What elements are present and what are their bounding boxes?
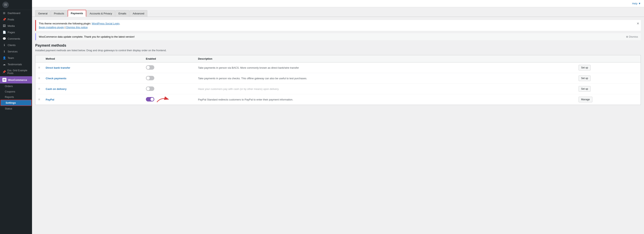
col-enabled: Enabled xyxy=(143,55,195,62)
content-area: This theme recommends the following plug… xyxy=(32,17,644,234)
tab-products[interactable]: Products xyxy=(51,10,67,16)
table-row: ≡ Direct bank transfer Take payments in … xyxy=(36,62,641,73)
sidebar-item-media[interactable]: 🖼 Media xyxy=(0,22,32,29)
sidebar-logo: W xyxy=(0,0,32,10)
plugin-notice-text: This theme recommends the following plug… xyxy=(39,22,638,25)
toggle-check-payments[interactable] xyxy=(146,76,154,80)
setup-cash-delivery-button[interactable]: Set up xyxy=(578,86,591,92)
drag-handle-icon[interactable]: ≡ xyxy=(38,76,40,80)
dismiss-icon: ⊗ xyxy=(626,35,628,38)
method-desc: Have your customers pay with cash (or by… xyxy=(198,88,279,90)
woo-update-text: WooCommerce data update complete. Thank … xyxy=(39,35,135,38)
drag-handle-icon[interactable]: ≡ xyxy=(38,66,40,69)
sidebar-item-label: Dashboard xyxy=(8,12,20,14)
section-subtitle: Installed payment methods are listed bel… xyxy=(35,49,641,52)
table-row: ≡ Cash on delivery Have your customers p… xyxy=(36,84,641,94)
help-arrow-icon: ▼ xyxy=(638,2,641,5)
sidebar-item-comments[interactable]: 💬 Comments xyxy=(0,36,32,42)
section-title: Payment methods xyxy=(35,44,641,48)
toggle-paypal[interactable] xyxy=(146,97,154,102)
sidebar-item-label: Team xyxy=(8,56,14,60)
close-notice-button[interactable]: ✕ xyxy=(636,22,639,26)
sidebar-item-clients[interactable]: ℹ Clients xyxy=(0,42,32,48)
reports-label: Reports xyxy=(5,96,14,98)
plugin-notice: This theme recommends the following plug… xyxy=(35,20,641,31)
method-name[interactable]: Cash on delivery xyxy=(46,88,66,90)
team-icon: 👤 xyxy=(2,56,6,60)
drag-handle-icon[interactable]: ≡ xyxy=(38,98,40,101)
sidebar-item-dashboard[interactable]: ⊞ Dashboard xyxy=(0,10,32,16)
method-desc: Take payments in person via BACS. More c… xyxy=(198,66,299,69)
dismiss-woo-notice-button[interactable]: ⊗ Dismiss xyxy=(626,35,638,38)
setup-direct-bank-button[interactable]: Set up xyxy=(578,65,591,70)
media-icon: 🖼 xyxy=(2,24,6,28)
woocommerce-menu-header[interactable]: W WooCommerce xyxy=(0,76,32,84)
method-name[interactable]: Check payments xyxy=(46,77,66,80)
settings-label: Settings xyxy=(6,101,16,104)
sidebar-item-settings[interactable]: Settings xyxy=(0,100,32,106)
orders-label: Orders xyxy=(5,85,13,88)
comments-icon: 💬 xyxy=(2,37,6,40)
method-desc: Take payments in person via checks. This… xyxy=(198,77,307,80)
sidebar-item-label: Comments xyxy=(8,37,20,40)
sidebar-item-testimonials[interactable]: ☁ Testimonials xyxy=(0,61,32,68)
setup-check-payments-button[interactable]: Set up xyxy=(578,76,591,81)
services-icon: ℹ xyxy=(2,50,6,53)
help-button[interactable]: Help ▼ xyxy=(632,2,641,5)
install-plugin-link[interactable]: Begin installing plugin xyxy=(39,26,64,29)
col-action xyxy=(576,55,641,62)
plugin-link[interactable]: WordPress Social Login xyxy=(92,22,120,25)
col-method: Method xyxy=(43,55,143,62)
sidebar-item-label: Testimonials xyxy=(8,63,22,66)
sidebar-item-orders[interactable]: Orders xyxy=(0,84,32,89)
manage-paypal-button[interactable]: Manage xyxy=(578,97,592,102)
tabs-bar: General Products Payments Accounts & Pri… xyxy=(32,7,644,17)
red-arrow-annotation xyxy=(155,95,171,103)
testimonials-icon: ☁ xyxy=(2,63,6,66)
clients-icon: ℹ xyxy=(2,44,6,47)
table-header-row: Method Enabled Description xyxy=(36,55,641,62)
drag-handle-icon[interactable]: ≡ xyxy=(38,87,40,90)
sidebar-item-label: Pages xyxy=(8,31,15,34)
sidebar-item-label: Media xyxy=(8,24,14,28)
woo-update-notice: WooCommerce data update complete. Thank … xyxy=(35,33,641,40)
col-description: Description xyxy=(195,55,576,62)
sidebar-item-label: Clients xyxy=(8,44,16,47)
toggle-direct-bank[interactable] xyxy=(146,65,154,70)
tab-payments[interactable]: Payments xyxy=(68,10,86,17)
tab-accounts-privacy[interactable]: Accounts & Privacy xyxy=(87,10,115,16)
topbar: Help ▼ xyxy=(32,0,644,7)
woo-icon: W xyxy=(2,78,6,82)
method-name[interactable]: PayPal xyxy=(46,98,54,101)
dashboard-icon: ⊞ xyxy=(2,12,6,14)
help-label: Help xyxy=(632,2,638,5)
tab-advanced[interactable]: Advanced xyxy=(130,10,147,16)
main-content: Help ▼ General Products Payments Account… xyxy=(32,0,644,234)
sidebar-item-coupons[interactable]: Coupons xyxy=(0,89,32,94)
status-label: Status xyxy=(5,107,12,110)
sidebar-item-services[interactable]: ℹ Services xyxy=(0,48,32,55)
pages-icon: 📄 xyxy=(2,31,6,34)
sidebar-item-ess-grid[interactable]: 📌 Ess. Grid Example Posts xyxy=(0,68,32,76)
sidebar-item-posts[interactable]: 📌 Posts xyxy=(0,16,32,22)
coupons-label: Coupons xyxy=(5,90,15,93)
plugin-notice-actions: Begin installing plugin | Dismiss this n… xyxy=(39,26,638,29)
tab-emails[interactable]: Emails xyxy=(116,10,129,16)
dismiss-label: Dismiss xyxy=(629,35,638,38)
method-name[interactable]: Direct bank transfer xyxy=(46,66,70,69)
sidebar-item-pages[interactable]: 📄 Pages xyxy=(0,29,32,36)
sidebar-item-reports[interactable]: Reports xyxy=(0,94,32,100)
table-row: ≡ PayPal xyxy=(36,94,641,105)
sidebar-item-label: Ess. Grid Example Posts xyxy=(8,69,30,75)
toggle-cash-delivery[interactable] xyxy=(146,86,154,91)
tab-general[interactable]: General xyxy=(35,10,50,16)
sidebar: W ⊞ Dashboard 📌 Posts 🖼 Media 📄 Pages 💬 … xyxy=(0,0,32,234)
wp-logo-icon: W xyxy=(2,2,9,8)
posts-icon: 📌 xyxy=(2,18,6,21)
sidebar-item-status[interactable]: Status xyxy=(0,106,32,111)
dismiss-notice-link[interactable]: Dismiss this notice xyxy=(66,26,88,29)
sidebar-item-team[interactable]: 👤 Team xyxy=(0,55,32,61)
col-drag xyxy=(36,55,43,62)
sidebar-item-label: Services xyxy=(8,50,18,53)
payment-methods-table: Method Enabled Description ≡ Direct bank… xyxy=(35,55,641,105)
